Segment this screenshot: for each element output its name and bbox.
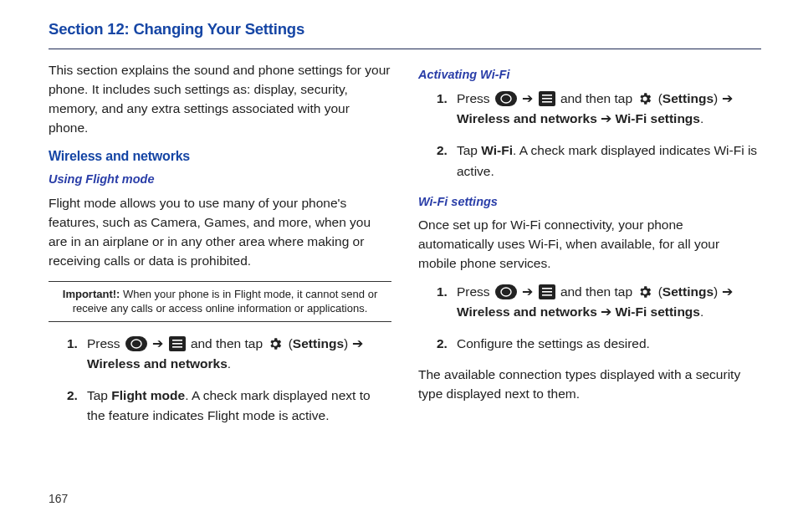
svg-rect-11 — [542, 101, 552, 103]
settings-label: Settings — [662, 91, 714, 105]
home-button-icon — [495, 284, 517, 299]
path-wireless: Wireless and networks — [457, 111, 597, 125]
svg-rect-16 — [542, 291, 552, 293]
flight-mode-desc: Flight mode allows you to use many of yo… — [49, 194, 391, 271]
text-then-tap: and then tap — [560, 91, 637, 105]
path-wireless: Wireless and networks — [87, 356, 228, 371]
text-then-tap: and then tap — [191, 336, 267, 350]
step-number: 1. — [67, 334, 87, 374]
arrow-icon: ➔ — [352, 336, 363, 350]
heading-wireless: Wireless and networks — [49, 146, 391, 166]
wifi-settings-steps: 1. Press ➔ and then tap — [437, 282, 761, 354]
svg-rect-9 — [542, 95, 552, 96]
wifi-tail-paragraph: The available connection types displayed… — [418, 366, 761, 404]
menu-key-icon — [169, 336, 186, 351]
arrow-icon: ➔ — [722, 284, 733, 299]
path-wireless: Wireless and networks — [457, 304, 597, 319]
flight-mode-label: Flight mode — [111, 388, 185, 402]
text-tap: Tap — [87, 388, 111, 402]
svg-rect-10 — [542, 98, 552, 100]
flight-step-1: 1. Press ➔ and then tap — [67, 334, 391, 374]
text-press: Press — [87, 336, 124, 350]
step-number: 1. — [437, 89, 457, 129]
arrow-icon: ➔ — [722, 91, 733, 105]
svg-rect-5 — [172, 346, 182, 348]
period: . — [700, 304, 703, 319]
menu-key-icon — [539, 284, 555, 299]
activate-step-2: 2. Tap Wi-Fi. A check mark displayed ind… — [437, 141, 761, 181]
two-column-layout: This section explains the sound and phon… — [49, 61, 761, 437]
period: . — [700, 111, 703, 125]
left-column: This section explains the sound and phon… — [49, 61, 391, 437]
home-button-icon — [125, 336, 147, 351]
step-number: 2. — [437, 334, 457, 354]
arrow-icon: ➔ — [601, 304, 615, 319]
flight-step-2: 2. Tap Flight mode. A check mark display… — [67, 386, 391, 426]
svg-rect-6 — [495, 91, 517, 106]
step-number: 2. — [67, 386, 87, 426]
wifi-step2-text: Configure the settings as desired. — [457, 334, 761, 354]
period: . — [228, 356, 231, 371]
path-wifi-settings: Wi-Fi settings — [615, 111, 699, 125]
wifi-step-1: 1. Press ➔ and then tap — [437, 282, 761, 322]
step-number: 1. — [437, 282, 457, 322]
arrow-icon: ➔ — [522, 284, 536, 299]
important-note: Important!: When your phone is in Flight… — [49, 281, 391, 322]
svg-rect-4 — [172, 343, 182, 345]
section-title: Section 12: Changing Your Settings — [49, 20, 761, 38]
text-then-tap: and then tap — [560, 284, 637, 299]
activate-step-1: 1. Press ➔ and then tap — [437, 89, 761, 129]
wifi-settings-desc: Once set up for Wi-Fi connectivity, your… — [418, 216, 761, 274]
arrow-icon: ➔ — [601, 111, 615, 125]
heading-flight-mode: Using Flight mode — [49, 171, 391, 188]
svg-rect-17 — [542, 294, 552, 296]
text-press: Press — [457, 284, 494, 299]
text-tap: Tap — [457, 143, 481, 157]
svg-rect-12 — [495, 284, 517, 299]
text-press: Press — [457, 91, 494, 105]
step-number: 2. — [437, 141, 457, 181]
svg-rect-3 — [172, 340, 182, 341]
settings-gear-icon — [268, 336, 283, 351]
note-lead: Important!: — [63, 288, 120, 300]
heading-wifi-settings: Wi-Fi settings — [418, 193, 761, 211]
settings-gear-icon — [637, 91, 652, 106]
settings-label: Settings — [662, 284, 714, 299]
page-number: 167 — [49, 492, 68, 505]
wifi-step-2: 2. Configure the settings as desired. — [437, 334, 761, 354]
home-button-icon — [495, 91, 517, 106]
arrow-icon: ➔ — [522, 91, 536, 105]
intro-paragraph: This section explains the sound and phon… — [49, 61, 391, 138]
arrow-icon: ➔ — [152, 336, 166, 350]
section-rule — [49, 49, 761, 49]
menu-key-icon — [539, 91, 555, 106]
heading-activating-wifi: Activating Wi-Fi — [418, 66, 761, 84]
svg-rect-0 — [125, 336, 147, 351]
path-wifi-settings: Wi-Fi settings — [615, 304, 699, 319]
flight-steps: 1. Press ➔ and then tap — [67, 334, 391, 426]
activate-wifi-steps: 1. Press ➔ and then tap — [437, 89, 761, 181]
settings-label: Settings — [293, 336, 344, 350]
settings-gear-icon — [637, 284, 652, 299]
right-column: Activating Wi-Fi 1. Press ➔ and then tap — [418, 61, 761, 437]
wifi-label: Wi-Fi — [481, 143, 513, 157]
svg-rect-15 — [542, 288, 552, 289]
